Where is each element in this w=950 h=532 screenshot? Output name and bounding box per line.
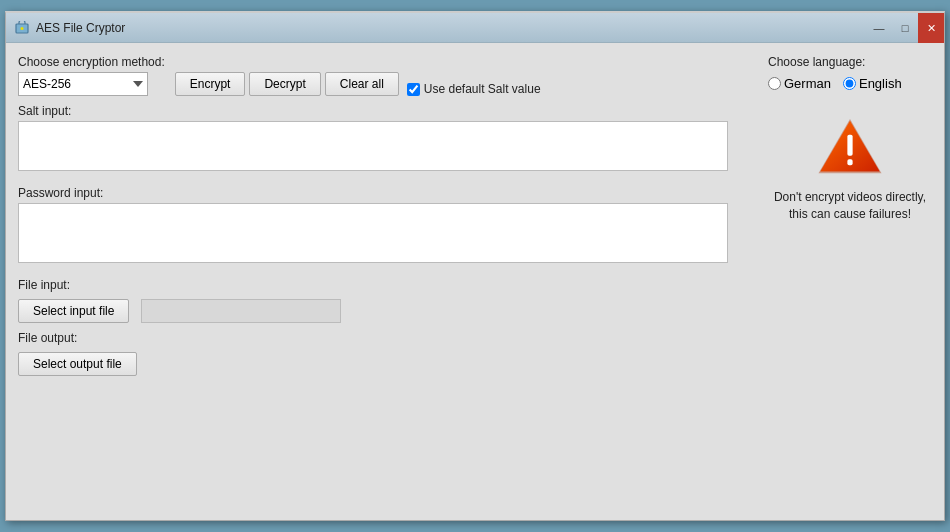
salt-checkbox-label[interactable]: Use default Salt value <box>424 82 541 96</box>
app-icon <box>14 20 30 36</box>
password-section: Password input: <box>18 186 752 266</box>
german-radio-option[interactable]: German <box>768 76 831 91</box>
toolbar: Choose encryption method: AES-256 AES-12… <box>18 55 752 96</box>
close-button[interactable]: ✕ <box>918 13 944 43</box>
select-input-file-button[interactable]: Select input file <box>18 299 129 323</box>
salt-default-checkbox[interactable] <box>407 83 420 96</box>
clear-all-button[interactable]: Clear all <box>325 72 399 96</box>
password-input[interactable] <box>18 203 728 263</box>
german-radio[interactable] <box>768 77 781 90</box>
language-group: Choose language: German English <box>768 55 932 91</box>
window-controls: — □ ✕ <box>866 13 944 43</box>
english-radio-option[interactable]: English <box>843 76 902 91</box>
decrypt-button[interactable]: Decrypt <box>249 72 320 96</box>
svg-rect-5 <box>847 159 852 165</box>
english-label: English <box>859 76 902 91</box>
file-output-row: Select output file <box>18 352 752 376</box>
salt-input[interactable] <box>18 121 728 171</box>
side-panel: Choose language: German English <box>752 55 932 508</box>
warning-box: Don't encrypt videos directly, this can … <box>768 111 932 223</box>
title-bar: AES File Cryptor — □ ✕ <box>6 13 944 43</box>
select-output-file-button[interactable]: Select output file <box>18 352 137 376</box>
encrypt-button[interactable]: Encrypt <box>175 72 246 96</box>
password-label: Password input: <box>18 186 752 200</box>
main-panel: Choose encryption method: AES-256 AES-12… <box>18 55 752 508</box>
warning-icon <box>815 111 885 181</box>
window-title: AES File Cryptor <box>36 21 125 35</box>
language-options: German English <box>768 76 932 91</box>
svg-rect-4 <box>847 135 852 156</box>
encryption-method-select[interactable]: AES-256 AES-128 <box>18 72 148 96</box>
salt-label: Salt input: <box>18 104 752 118</box>
file-input-label: File input: <box>18 278 752 292</box>
minimize-button[interactable]: — <box>866 13 892 43</box>
english-radio[interactable] <box>843 77 856 90</box>
method-label: Choose encryption method: <box>18 55 165 69</box>
file-input-path-display <box>141 299 341 323</box>
encryption-method-group: Choose encryption method: AES-256 AES-12… <box>18 55 165 96</box>
file-output-section: File output: Select output file <box>18 331 752 376</box>
language-label: Choose language: <box>768 55 932 69</box>
content-area: Choose encryption method: AES-256 AES-12… <box>6 43 944 520</box>
file-input-row: Select input file <box>18 299 752 323</box>
salt-section: Salt input: <box>18 104 752 174</box>
maximize-button[interactable]: □ <box>892 13 918 43</box>
svg-point-1 <box>21 27 24 30</box>
file-input-section: File input: Select input file <box>18 278 752 323</box>
file-output-label: File output: <box>18 331 752 345</box>
german-label: German <box>784 76 831 91</box>
main-window: AES File Cryptor — □ ✕ Choose encryption… <box>5 11 945 521</box>
warning-message: Don't encrypt videos directly, this can … <box>768 189 932 223</box>
salt-checkbox-group: Use default Salt value <box>407 82 541 96</box>
